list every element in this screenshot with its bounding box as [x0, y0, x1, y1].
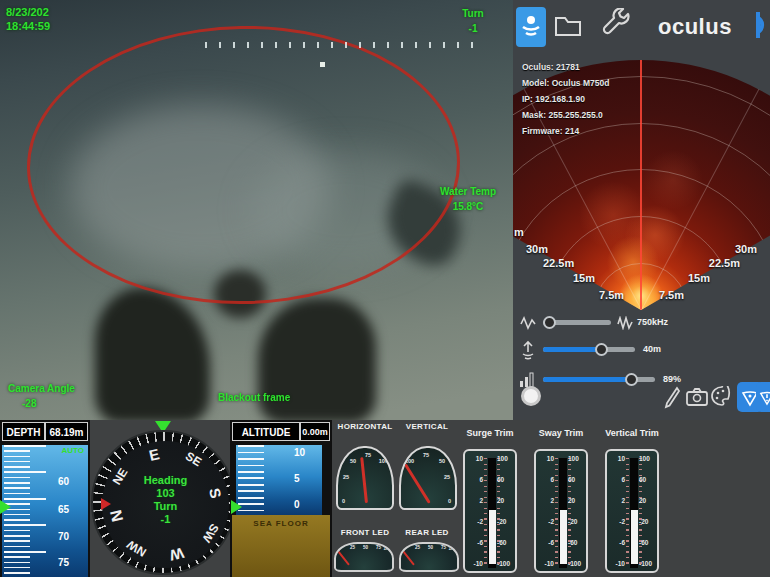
- depth-tick-label: 70: [58, 531, 69, 542]
- gauge-tick: 75: [365, 452, 371, 458]
- heading-label: Heading: [93, 474, 238, 487]
- gain-icon: [519, 368, 537, 388]
- vertical-gauge-label: VERTICAL: [396, 422, 458, 431]
- altitude-tape: 10 5 0: [236, 445, 322, 515]
- compass-turn-label: Turn: [93, 500, 238, 513]
- palette-icon[interactable]: [711, 386, 733, 406]
- altitude-tick-label: 10: [294, 447, 305, 458]
- altitude-pointer: [231, 500, 242, 514]
- osd-water-temp-label: Water Temp: [430, 186, 506, 197]
- depth-auto-badge: AUTO: [61, 446, 84, 455]
- trim-tick: 60: [639, 476, 655, 483]
- altitude-label: ALTITUDE: [232, 422, 300, 441]
- led-tick: 75: [376, 545, 381, 550]
- range-label: 7.5m: [659, 289, 684, 301]
- sonar-mode-button[interactable]: [516, 7, 546, 47]
- rear-led-label: REAR LED: [396, 528, 458, 537]
- trim-tick: -60: [568, 539, 584, 546]
- trim-tick: -60: [639, 539, 655, 546]
- osd-water-temp-value: 15.8°C: [430, 201, 506, 212]
- silhouette-left: [95, 288, 210, 420]
- depth-tick-label: 60: [58, 476, 69, 487]
- trim-tick: 100: [568, 455, 584, 462]
- range-label: 30m: [526, 243, 548, 255]
- rear-led-needle: [401, 549, 415, 566]
- depth-pointer: [0, 500, 11, 514]
- osd-turn-value: -1: [445, 23, 501, 34]
- led-tick: 100: [383, 546, 391, 551]
- surge-trim-gauge: 10 6 2 -2 -6 -10 100 60 20 -20 -60 -100: [463, 449, 517, 573]
- trim-tick: 2: [538, 497, 554, 504]
- trim-tick: 10: [467, 455, 483, 462]
- sonar-info-line: Oculus: 21781: [522, 62, 580, 72]
- trim-tick: 20: [568, 497, 584, 504]
- trim-tick: 2: [467, 497, 483, 504]
- led-tick: 50: [428, 545, 433, 550]
- seafloor-block: SEA FLOOR: [232, 515, 330, 577]
- led-tick: 100: [448, 546, 456, 551]
- rear-led-gauge: 0 25 50 75 100: [399, 542, 459, 572]
- gauge-tick: 25: [444, 474, 450, 480]
- camera-feed: 8/23/202 18:44:59 Turn -1 Water Temp 15.…: [0, 0, 513, 420]
- trim-tick: -20: [568, 518, 584, 525]
- led-tick: 25: [415, 545, 420, 550]
- sway-trim-gauge: 10 6 2 -2 -6 -10 100 60 20 -20 -60 -100: [534, 449, 588, 573]
- trim-tick: 20: [497, 497, 513, 504]
- trim-tick: -100: [497, 560, 513, 567]
- gauge-tick: 50: [439, 458, 445, 464]
- altitude-tick-label: 0: [294, 499, 300, 510]
- compass-readout: Heading 103 Turn -1: [93, 474, 238, 526]
- frequency-icon: [520, 316, 536, 330]
- trim-tick: -20: [639, 518, 655, 525]
- annotation-ellipse: [25, 22, 463, 308]
- trim-tick: -6: [467, 539, 483, 546]
- osd-camera-angle-value: -28: [22, 398, 36, 409]
- snapshot-camera-icon[interactable]: [686, 388, 708, 406]
- surge-trim-label: Surge Trim: [458, 428, 522, 438]
- range-slider-knob[interactable]: [595, 343, 608, 356]
- sonar-info-line: Firmware: 214: [522, 126, 579, 136]
- trim-tick: -10: [609, 560, 625, 567]
- led-tick: 25: [350, 545, 355, 550]
- trim-tick: -100: [568, 560, 584, 567]
- heading-tape-marker: [320, 62, 325, 67]
- frequency-value: 750kHz: [637, 317, 668, 327]
- wrench-settings-icon[interactable]: [601, 8, 633, 42]
- trim-tick: 6: [538, 476, 554, 483]
- trim-tick: -20: [497, 518, 513, 525]
- altitude-tick-label: 5: [294, 473, 300, 484]
- depth-label: DEPTH: [2, 422, 45, 441]
- front-led-label: FRONT LED: [330, 528, 400, 537]
- sonar-info-line: Mask: 255.255.255.0: [522, 110, 603, 120]
- trim-tick: 6: [467, 476, 483, 483]
- record-indicator-icon[interactable]: [521, 386, 541, 406]
- trim-bar: [560, 510, 567, 564]
- gauge-tick: 0: [448, 498, 451, 504]
- trim-tick: -2: [467, 518, 483, 525]
- trim-tick: 20: [639, 497, 655, 504]
- compass: N NE E SE S SW W NW Heading 103 Turn -1: [91, 430, 236, 575]
- osd-frame-note: Blackout frame: [218, 392, 290, 403]
- depth-value: 68.19m: [45, 422, 88, 441]
- sonar-alert-button[interactable]: [756, 382, 770, 412]
- range-label: 30m: [735, 243, 757, 255]
- trim-tick: -6: [609, 539, 625, 546]
- horizontal-thruster-gauge: 0 25 50 75 100: [336, 446, 394, 510]
- vertical-thruster-gauge: 100 75 50 25 0: [399, 446, 457, 510]
- range-slider-fill: [543, 347, 601, 352]
- range-label: 15m: [688, 272, 710, 284]
- osd-turn-label: Turn: [445, 8, 501, 19]
- measure-pencil-icon[interactable]: [663, 385, 681, 409]
- sonar-info-line: Model: Oculus M750d: [522, 78, 609, 88]
- altitude-value: 0.00m: [300, 422, 330, 441]
- folder-icon[interactable]: [553, 10, 583, 40]
- gain-slider-knob[interactable]: [625, 373, 638, 386]
- trim-tick: -2: [609, 518, 625, 525]
- range-value: 40m: [643, 344, 661, 354]
- range-icon: [520, 340, 536, 360]
- trim-tick: -100: [639, 560, 655, 567]
- compass-turn-value: -1: [93, 513, 238, 526]
- depth-tick-label: 75: [58, 557, 69, 568]
- trim-tick: -10: [538, 560, 554, 567]
- frequency-slider-knob[interactable]: [543, 316, 556, 329]
